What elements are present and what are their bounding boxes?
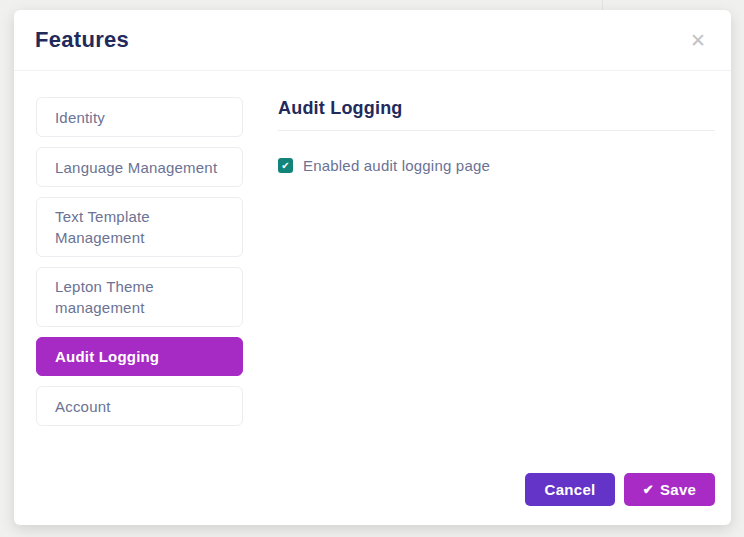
sidebar-item-identity[interactable]: Identity [36,97,243,137]
save-button[interactable]: ✔ Save [624,473,715,506]
checkbox-checked-icon[interactable]: ✔ [278,158,293,173]
audit-logging-checkbox-row[interactable]: ✔ Enabled audit logging page [278,157,715,174]
sidebar-item-audit-logging[interactable]: Audit Logging [36,337,243,376]
panel-heading: Audit Logging [278,98,715,119]
sidebar-item-lepton-theme-management[interactable]: Lepton Theme management [36,267,243,327]
features-modal: Features ✕ Identity Language Management … [14,10,731,525]
checkbox-label[interactable]: Enabled audit logging page [303,157,490,174]
panel-divider [278,130,715,131]
modal-footer: Cancel ✔ Save [14,473,731,525]
modal-body: Identity Language Management Text Templa… [14,71,731,473]
cancel-button[interactable]: Cancel [525,473,615,506]
background-card-edge [602,0,603,10]
modal-header: Features ✕ [14,10,731,71]
sidebar-item-text-template-management[interactable]: Text Template Management [36,197,243,257]
sidebar-item-language-management[interactable]: Language Management [36,147,243,187]
save-button-label: Save [660,481,696,498]
modal-title: Features [35,27,129,53]
check-icon: ✔ [643,483,654,496]
feature-group-list: Identity Language Management Text Templa… [36,97,243,473]
feature-settings-panel: Audit Logging ✔ Enabled audit logging pa… [278,97,715,473]
close-icon[interactable]: ✕ [686,29,710,52]
sidebar-item-account[interactable]: Account [36,386,243,426]
